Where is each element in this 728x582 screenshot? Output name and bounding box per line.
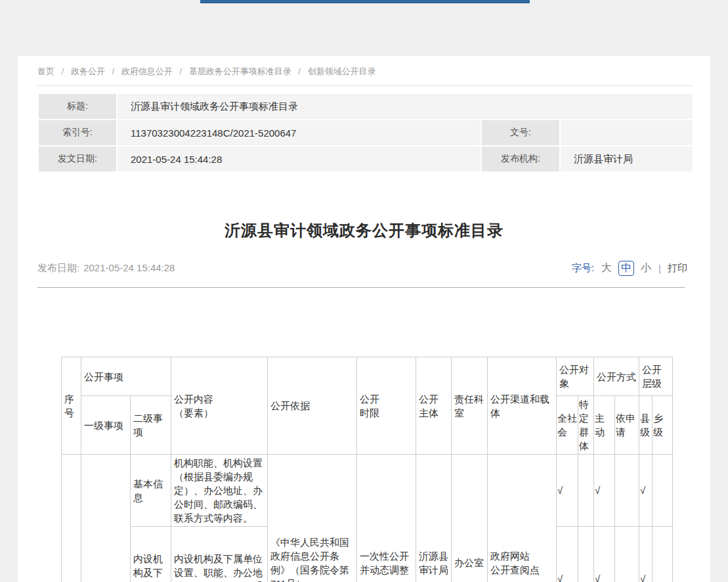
th-subject: 公开 主体 (416, 357, 452, 455)
td-check-method-request (615, 455, 639, 527)
td-level2: 基本信 息 (131, 455, 171, 527)
td-check-target-all: √ (557, 455, 578, 527)
meta-title-value: 沂源县审计领域政务公开事项标准目录 (118, 94, 693, 119)
td-check-method-active: √ (594, 527, 615, 582)
font-size-medium-button[interactable]: 中 (618, 261, 634, 276)
th-level-township: 乡 级 (653, 396, 673, 455)
td-dept: 办公室 (452, 455, 488, 582)
breadcrumb-xxgk[interactable]: 政府信息公开 (121, 66, 173, 76)
td-check-level-township (653, 527, 673, 582)
breadcrumb-home[interactable]: 首页 (37, 66, 54, 76)
td-check-level-county: √ (639, 527, 653, 582)
breadcrumb-divider (37, 85, 694, 86)
page-title: 沂源县审计领域政务公开事项标准目录 (18, 220, 710, 241)
breadcrumb-current[interactable]: 创新领域公开目录 (308, 66, 376, 76)
meta-row-title: 标题: 沂源县审计领域政务公开事项标准目录 (39, 94, 693, 119)
th-level1: 一级事项 (81, 396, 131, 455)
catalog-header-row-1: 序 号 公开事项 公开内容 （要素） 公开依据 公开 时限 公开 主体 责任科 … (62, 357, 673, 396)
catalog-body-row-1: 基本信 息 机构职能、机构设置 （根据县委编办规 定）、办公地址、办 公时间、邮… (62, 455, 673, 527)
th-content: 公开内容 （要素） (171, 357, 268, 455)
th-basis: 公开依据 (268, 357, 357, 455)
breadcrumb-separator: / (112, 66, 115, 76)
td-basis: 《中华人民共和国 政府信息公开条 例》（国务院令第 711号） (268, 455, 357, 582)
breadcrumb-jczwgk[interactable]: 基层政务公开事项标准目录 (189, 66, 291, 76)
font-size-controls: 字号: 大 中 小 | 打印 (572, 261, 687, 276)
meta-docnum-value (561, 120, 693, 145)
th-level2: 二级事 项 (131, 396, 171, 455)
td-subject: 沂源县 审计局 (416, 455, 452, 582)
meta-docnum-label: 文号: (482, 120, 559, 145)
th-level-county: 县 级 (639, 396, 653, 455)
catalog-table: 序 号 公开事项 公开内容 （要素） 公开依据 公开 时限 公开 主体 责任科 … (61, 357, 673, 582)
td-check-target-specific (578, 455, 594, 527)
top-nav-bar-fragment (200, 0, 530, 3)
publish-date-value: 2021-05-24 15:44:28 (83, 262, 175, 273)
td-level1 (81, 455, 131, 582)
font-size-label: 字号: (572, 262, 594, 275)
publish-info-row: 发布日期:2021-05-24 15:44:28 字号: 大 中 小 | 打印 (37, 261, 687, 276)
td-level2: 内设机 构及下 属事业 单位 (131, 527, 171, 582)
breadcrumb-separator: / (179, 66, 182, 76)
td-check-method-active: √ (594, 455, 615, 527)
th-channel: 公开渠道和载 体 (488, 357, 557, 455)
th-seq: 序 号 (62, 357, 81, 455)
meta-row-date: 发文日期: 2021-05-24 15:44:28 发布机构: 沂源县审计局 (39, 146, 693, 171)
controls-divider: | (658, 263, 661, 274)
meta-title-label: 标题: (39, 94, 116, 119)
page: { "colors": { "top_bar": "#2e6aa3", "acc… (0, 0, 728, 582)
meta-index-label: 索引号: (39, 120, 116, 145)
title-divider (37, 287, 685, 288)
th-target-specific: 特 定 群 体 (578, 396, 594, 455)
td-content: 内设机构及下属单位 设置、职能、办公地 址、办公时间、联系 方式、负责人姓名等 (171, 527, 268, 582)
th-method-request: 依申 请 (615, 396, 639, 455)
breadcrumb: 首页 / 政务公开 / 政府信息公开 / 基层政务公开事项标准目录 / 创新领域… (37, 66, 376, 78)
td-channel: 政府网站 公开查阅点 (488, 455, 557, 582)
td-content: 机构职能、机构设置 （根据县委编办规 定）、办公地址、办 公时间、邮政编码、 联… (171, 455, 268, 527)
td-time-limit: 一次性公开 并动态调整 (357, 455, 416, 582)
publish-date-label: 发布日期: (37, 262, 79, 273)
document-meta-table: 标题: 沂源县审计领域政务公开事项标准目录 索引号: 1137032300422… (37, 93, 694, 173)
meta-org-value: 沂源县审计局 (561, 146, 693, 171)
meta-date-value: 2021-05-24 15:44:28 (118, 146, 481, 171)
th-target-all: 全社 会 (557, 396, 578, 455)
th-dept: 责任科 室 (452, 357, 488, 455)
meta-row-index: 索引号: 11370323004223148C/2021-5200647 文号: (39, 120, 693, 145)
print-button[interactable]: 打印 (668, 262, 687, 275)
breadcrumb-zwgk[interactable]: 政务公开 (71, 66, 105, 76)
meta-org-label: 发布机构: (482, 146, 559, 171)
th-method-active: 主 动 (594, 396, 615, 455)
td-seq (62, 455, 81, 582)
publish-date: 发布日期:2021-05-24 15:44:28 (37, 262, 175, 275)
th-target-group: 公开对 象 (557, 357, 594, 396)
td-check-level-county: √ (639, 455, 653, 527)
td-check-level-township (653, 455, 673, 527)
breadcrumb-separator: / (62, 66, 64, 76)
meta-index-value: 11370323004223148C/2021-5200647 (118, 120, 481, 145)
td-check-target-specific (578, 527, 594, 582)
breadcrumb-separator: / (298, 66, 301, 76)
th-level-group: 公开 层级 (639, 357, 673, 396)
font-size-large-button[interactable]: 大 (601, 261, 612, 275)
meta-date-label: 发文日期: (39, 146, 116, 171)
content-panel: 首页 / 政务公开 / 政府信息公开 / 基层政务公开事项标准目录 / 创新领域… (18, 56, 710, 582)
td-check-target-all: √ (557, 527, 578, 582)
th-time-limit: 公开 时限 (357, 357, 416, 455)
th-item-group: 公开事项 (81, 357, 171, 396)
font-size-small-button[interactable]: 小 (641, 261, 651, 275)
th-method-group: 公开方式 (594, 357, 639, 396)
td-check-method-request (615, 527, 639, 582)
